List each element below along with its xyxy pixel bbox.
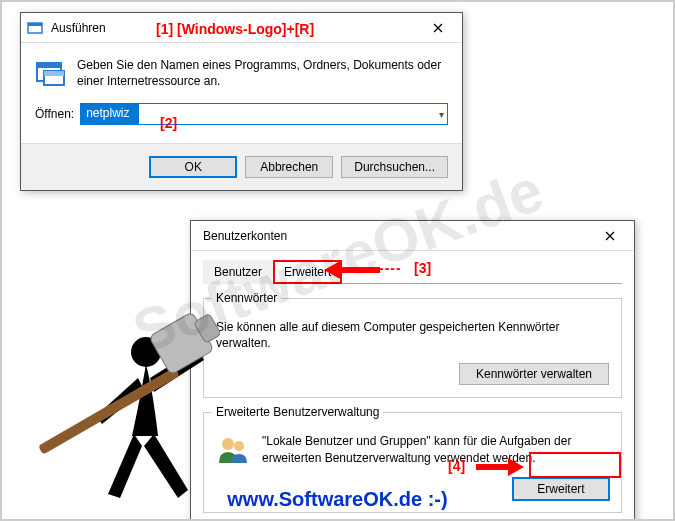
ua-tabs: Benutzer Erweitert [203, 259, 622, 284]
run-title-icon [27, 20, 43, 36]
ua-titlebar: Benutzerkonten [191, 221, 634, 251]
close-icon [433, 23, 443, 33]
run-cancel-button[interactable]: Abbrechen [245, 156, 333, 178]
tab-users[interactable]: Benutzer [203, 260, 273, 284]
run-dialog: Ausführen Geben Sie den Namen eines Prog… [20, 12, 463, 191]
ua-close-button[interactable] [588, 222, 632, 250]
run-titlebar: Ausführen [21, 13, 462, 43]
annotation-3-dashes: ---- [379, 260, 402, 276]
run-close-button[interactable] [416, 14, 460, 42]
manage-passwords-button[interactable]: Kennwörter verwalten [459, 363, 609, 385]
run-ok-button[interactable]: OK [149, 156, 237, 178]
tab-advanced[interactable]: Erweitert [273, 260, 342, 284]
group-advanced-desc: "Lokale Benutzer und Gruppen" kann für d… [262, 433, 609, 465]
group-passwords: Kennwörter Sie können alle auf diesem Co… [203, 298, 622, 398]
group-passwords-desc: Sie können alle auf diesem Computer gesp… [216, 319, 609, 351]
close-icon [605, 231, 615, 241]
run-open-value: netplwiz [85, 106, 130, 120]
mascot-figure [38, 298, 248, 508]
run-open-label: Öffnen: [35, 107, 74, 121]
footer-url: www.SoftwareOK.de :-) [2, 488, 673, 511]
svg-rect-9 [44, 71, 64, 76]
run-program-icon [35, 57, 67, 89]
user-accounts-dialog: Benutzerkonten Benutzer Erweitert Kennwö… [190, 220, 635, 521]
ua-title: Benutzerkonten [197, 229, 588, 243]
run-open-combo[interactable]: netplwiz ▾ [80, 103, 448, 125]
run-title: Ausführen [49, 21, 416, 35]
run-browse-button[interactable]: Durchsuchen... [341, 156, 448, 178]
run-description: Geben Sie den Namen eines Programms, Ord… [77, 57, 448, 89]
svg-rect-5 [28, 23, 42, 26]
svg-rect-7 [37, 63, 61, 68]
